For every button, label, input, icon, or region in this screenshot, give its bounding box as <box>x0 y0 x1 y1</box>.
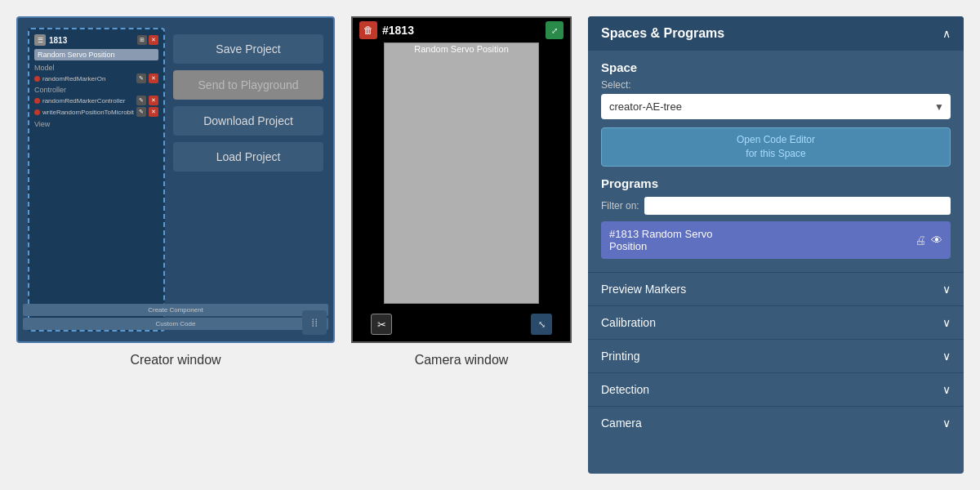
preview-markers-title: Preview Markers <box>601 283 686 296</box>
filter-input[interactable] <box>644 197 951 215</box>
camera-section: 🗑 #1813 ⤢ Random Servo Position ✂ ⤡ Came… <box>351 16 572 368</box>
filter-label: Filter on: <box>601 200 639 212</box>
detection-chevron: ∨ <box>942 383 951 396</box>
resize-icon[interactable]: ⤡ <box>531 314 552 335</box>
scissors-icon[interactable]: ✂ <box>371 314 392 335</box>
calibration-section: Calibration ∨ <box>588 305 964 339</box>
camera-section-panel: Camera ∨ <box>588 406 964 439</box>
card-menu-icon: ☰ <box>34 34 46 46</box>
printing-title: Printing <box>601 350 639 363</box>
space-select-container: creator-AE-tree ▼ <box>601 94 951 119</box>
panel-chevron-icon: ∧ <box>942 27 951 40</box>
load-project-button[interactable]: Load Project <box>173 142 323 172</box>
trash-icon[interactable]: 🗑 <box>359 21 377 39</box>
ctrl-dot-1 <box>34 98 40 104</box>
code-editor-button[interactable]: Open Code Editorfor this Space <box>601 127 951 167</box>
camera-header-panel[interactable]: Camera ∨ <box>588 407 964 439</box>
ctrl-dot-2 <box>34 109 40 115</box>
calibration-title: Calibration <box>601 316 656 329</box>
program-icons: 🖨 👁 <box>915 234 942 247</box>
space-select[interactable]: creator-AE-tree <box>601 94 951 119</box>
detection-title: Detection <box>601 383 649 396</box>
create-component-btn[interactable]: Create Component <box>23 304 328 316</box>
printing-header[interactable]: Printing ∨ <box>588 340 964 372</box>
printing-chevron: ∨ <box>942 350 951 363</box>
view-label: View <box>34 120 158 128</box>
creator-window: ☰ 1813 ⊞ ✕ Random Servo Position Model r… <box>16 16 335 343</box>
ctrl-edit-2[interactable]: ✎ <box>136 107 146 117</box>
download-project-button[interactable]: Download Project <box>173 106 323 136</box>
grid-icon: ⁞⁞ <box>302 310 327 335</box>
printing-section: Printing ∨ <box>588 339 964 372</box>
eye-icon[interactable]: 👁 <box>931 234 942 247</box>
ctrl-delete-2[interactable]: ✕ <box>149 107 158 117</box>
camera-window-label: Camera window <box>415 353 509 368</box>
custom-code-btn[interactable]: Custom Code <box>23 318 328 330</box>
model-delete-icon[interactable]: ✕ <box>149 74 158 83</box>
send-playground-button[interactable]: Send to Playground <box>173 70 323 100</box>
ctrl-item-1: randomRedMarkerController <box>42 97 134 105</box>
detection-section: Detection ∨ <box>588 372 964 406</box>
print-icon[interactable]: 🖨 <box>915 234 926 247</box>
card-subtitle: Random Servo Position <box>34 49 158 60</box>
creator-buttons: Save Project Send to Playground Download… <box>173 28 323 332</box>
panel-body: Space Select: creator-AE-tree ▼ Open Cod… <box>588 51 964 272</box>
camera-window: 🗑 #1813 ⤢ Random Servo Position ✂ ⤡ <box>351 16 572 343</box>
model-edit-icon[interactable]: ✎ <box>136 74 146 83</box>
panel-header[interactable]: Spaces & Programs ∧ <box>588 16 964 51</box>
panel-title: Spaces & Programs <box>601 26 724 41</box>
detection-header[interactable]: Detection ∨ <box>588 373 964 406</box>
creator-window-label: Creator window <box>130 353 220 368</box>
preview-markers-chevron: ∨ <box>942 283 951 296</box>
calibration-header[interactable]: Calibration ∨ <box>588 306 964 339</box>
card-id: 1813 <box>49 36 67 45</box>
camera-chevron: ∨ <box>942 416 951 430</box>
select-label: Select: <box>601 79 951 91</box>
creator-card: ☰ 1813 ⊞ ✕ Random Servo Position Model r… <box>28 28 165 332</box>
camera-header: 🗑 #1813 ⤢ <box>353 18 570 42</box>
preview-markers-header[interactable]: Preview Markers ∨ <box>588 273 964 305</box>
camera-preview <box>384 42 539 304</box>
model-label: Model <box>34 64 158 72</box>
calibration-chevron: ∨ <box>942 316 951 329</box>
card-icon-2[interactable]: ✕ <box>149 35 158 45</box>
model-dot <box>34 76 40 82</box>
program-name: #1813 Random ServoPosition <box>609 228 915 252</box>
creator-section: ☰ 1813 ⊞ ✕ Random Servo Position Model r… <box>16 16 335 368</box>
program-item: #1813 Random ServoPosition 🖨 👁 <box>601 221 951 259</box>
filter-row: Filter on: <box>601 197 951 215</box>
ctrl-delete-1[interactable]: ✕ <box>149 96 158 105</box>
card-icon-1[interactable]: ⊞ <box>137 35 147 45</box>
programs-section-heading: Programs <box>601 176 951 190</box>
camera-title: Camera <box>601 416 642 430</box>
controller-label: Controller <box>34 86 158 94</box>
expand-icon[interactable]: ⤢ <box>546 21 564 39</box>
camera-id: #1813 <box>382 24 414 37</box>
camera-subtitle: Random Servo Position <box>414 44 509 54</box>
preview-markers-section: Preview Markers ∨ <box>588 272 964 305</box>
save-project-button[interactable]: Save Project <box>173 34 323 64</box>
model-item: randomRedMarkerOn <box>42 75 134 82</box>
space-section-heading: Space <box>601 60 951 74</box>
ctrl-edit-1[interactable]: ✎ <box>136 96 146 105</box>
spaces-programs-panel: Spaces & Programs ∧ Space Select: creato… <box>588 16 964 474</box>
ctrl-item-2: writeRandomPositionToMicrobit <box>42 109 134 116</box>
